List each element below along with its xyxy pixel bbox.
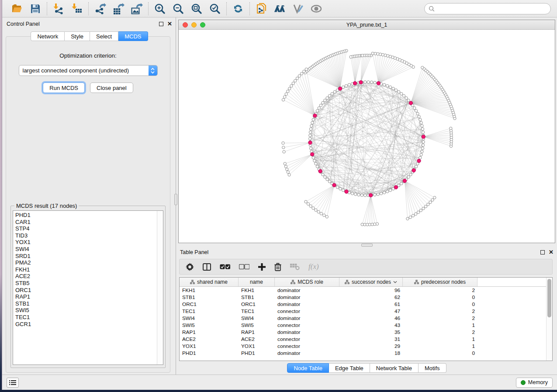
graph-node[interactable] (322, 101, 324, 104)
graph-node[interactable] (290, 85, 293, 87)
graph-node[interactable] (405, 96, 408, 99)
mcds-result-item[interactable]: ACE2 (15, 273, 157, 280)
graph-node[interactable] (389, 189, 391, 192)
mcds-result-item[interactable]: TEC1 (15, 314, 157, 321)
graph-node[interactable] (284, 162, 286, 165)
tab-node-table[interactable]: Node Table (287, 363, 329, 373)
import-network-icon[interactable] (52, 3, 65, 15)
column-header-predecessor-nodes[interactable]: predecessor nodes (403, 278, 477, 286)
graph-node[interactable] (417, 211, 419, 213)
graph-node[interactable] (414, 213, 417, 215)
mcds-result-item[interactable]: PMA2 (15, 259, 157, 266)
graph-node[interactable] (298, 75, 301, 77)
show-hide-eye-icon[interactable] (310, 3, 322, 15)
mcds-result-item[interactable]: PHD1 (15, 212, 157, 219)
optimization-criterion-select[interactable]: largest connected component (undirected) (19, 65, 158, 76)
mcds-result-item[interactable]: TID3 (15, 232, 157, 239)
graph-node[interactable] (383, 191, 385, 194)
graph-node[interactable] (309, 205, 312, 207)
graph-node[interactable] (328, 180, 331, 183)
graph-mcds-node[interactable] (313, 114, 317, 117)
splitter-handle[interactable] (174, 194, 177, 205)
graph-node[interactable] (370, 81, 373, 83)
graph-node[interactable] (374, 81, 376, 84)
graph-node[interactable] (307, 203, 309, 205)
mcds-result-item[interactable]: STB5 (15, 280, 157, 287)
zoom-selected-icon[interactable] (209, 3, 221, 15)
graph-node[interactable] (407, 99, 410, 102)
graph-node[interactable] (283, 151, 285, 153)
graph-node[interactable] (315, 162, 317, 165)
graph-node[interactable] (354, 193, 357, 196)
graph-node[interactable] (389, 86, 391, 88)
graph-node[interactable] (398, 90, 400, 93)
graph-node[interactable] (292, 82, 294, 85)
graph-node[interactable] (312, 156, 315, 159)
graph-node[interactable] (323, 214, 325, 217)
graph-node[interactable] (311, 121, 314, 124)
tab-select[interactable]: Select (90, 31, 118, 41)
mcds-result-item[interactable]: CAR1 (15, 219, 157, 226)
graph-node[interactable] (421, 150, 423, 153)
column-header-successor-nodes[interactable]: successor nodes (339, 278, 403, 286)
graph-node[interactable] (333, 90, 336, 93)
graph-node[interactable] (400, 93, 403, 95)
graph-node[interactable] (315, 209, 317, 211)
graph-node[interactable] (288, 87, 291, 90)
graph-node[interactable] (309, 131, 311, 134)
graph-node[interactable] (418, 115, 420, 118)
graph-mcds-node[interactable] (369, 193, 372, 197)
new-network-from-selection-icon[interactable] (255, 3, 267, 15)
graph-mcds-node[interactable] (409, 101, 412, 105)
graph-node[interactable] (348, 83, 350, 86)
import-table-icon[interactable] (71, 3, 83, 15)
graph-node[interactable] (342, 189, 344, 192)
graph-node[interactable] (316, 165, 318, 168)
graph-node[interactable] (383, 83, 385, 86)
graph-node[interactable] (409, 173, 412, 176)
mcds-result-item[interactable]: SRD1 (15, 253, 157, 260)
graph-node[interactable] (345, 85, 347, 87)
graph-node[interactable] (421, 147, 424, 150)
mcds-result-item[interactable]: GCR1 (15, 321, 157, 328)
graph-mcds-node[interactable] (394, 186, 398, 189)
graph-node[interactable] (421, 66, 424, 69)
graph-mcds-node[interactable] (417, 159, 421, 162)
tab-motifs[interactable]: Motifs (419, 363, 446, 373)
show-column-panel-icon[interactable] (203, 261, 211, 272)
graph-node[interactable] (308, 138, 311, 140)
graph-node[interactable] (320, 212, 322, 215)
tab-network[interactable]: Network (31, 31, 65, 41)
graph-mcds-node[interactable] (412, 168, 415, 172)
mcds-result-item[interactable]: SWI5 (15, 307, 157, 314)
graph-node[interactable] (367, 81, 370, 83)
graph-mcds-node[interactable] (377, 82, 380, 85)
graph-node[interactable] (313, 159, 316, 162)
save-session-icon[interactable] (29, 3, 42, 15)
graph-node[interactable] (416, 112, 419, 115)
network-search-box[interactable] (424, 3, 551, 14)
tab-network-table[interactable]: Network Table (370, 363, 419, 373)
graph-node[interactable] (284, 96, 286, 98)
mcds-result-item[interactable]: SWI4 (15, 246, 157, 253)
graph-node[interactable] (300, 72, 303, 75)
tab-style[interactable]: Style (65, 31, 90, 41)
table-row[interactable]: FKH1FKH1dominator962 (180, 287, 546, 294)
delete-column-icon[interactable] (274, 261, 281, 272)
graph-mcds-node[interactable] (338, 87, 342, 90)
graph-node[interactable] (285, 93, 287, 95)
add-column-icon[interactable] (258, 261, 266, 272)
graph-node[interactable] (316, 110, 318, 112)
graph-node[interactable] (339, 187, 342, 190)
graph-node[interactable] (419, 156, 422, 159)
graph-node[interactable] (303, 70, 305, 72)
graph-mcds-node[interactable] (310, 152, 314, 156)
mcds-result-item[interactable]: RAP1 (15, 293, 157, 300)
graph-node[interactable] (287, 171, 289, 173)
graph-node[interactable] (421, 124, 423, 127)
graph-node[interactable] (422, 144, 424, 146)
graph-node[interactable] (386, 85, 388, 87)
graph-node[interactable] (386, 190, 388, 193)
graph-node[interactable] (377, 193, 379, 196)
table-row[interactable]: ACE2ACE2connector311 (180, 336, 546, 343)
